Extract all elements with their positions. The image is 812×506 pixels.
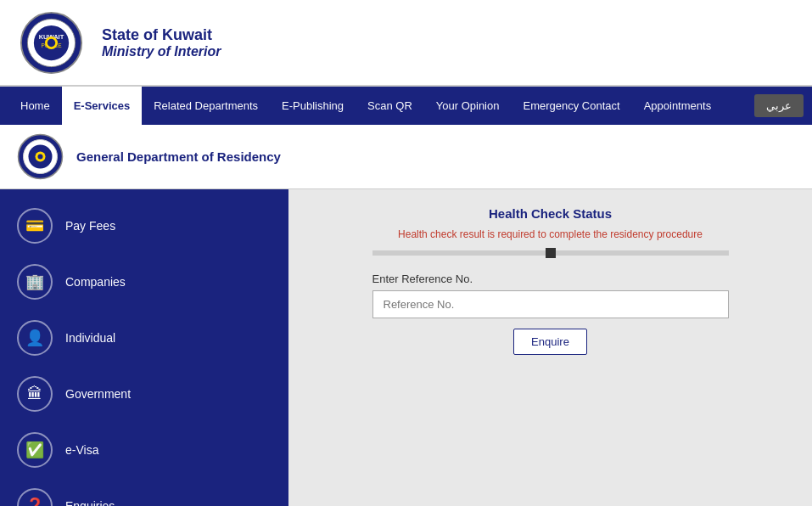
evisa-icon: ✅ [17,432,53,468]
sidebar-item-evisa[interactable]: ✅ e-Visa [0,422,288,478]
sidebar-item-companies[interactable]: 🏢 Companies [0,254,288,310]
enquiries-icon: ❓ [17,488,53,506]
department-header: General Department of Residency [0,125,812,189]
nav-e-publishing[interactable]: E-Publishing [270,87,356,125]
pay-fees-label: Pay Fees [65,219,115,233]
header-text: State of Kuwait Ministry of Interior [102,26,221,59]
sidebar-item-pay-fees[interactable]: 💳 Pay Fees [0,198,288,254]
reference-number-input[interactable] [372,290,729,318]
individual-label: Individual [65,331,115,345]
individual-icon: 👤 [17,320,53,356]
pay-fees-icon: 💳 [17,208,53,244]
health-check-card: Health Check Status Health check result … [372,206,729,355]
enquire-button[interactable]: Enquire [513,329,587,355]
logo: KUWAIT POLICE [17,8,85,76]
nav-home[interactable]: Home [8,87,62,125]
nav-related-departments[interactable]: Related Departments [142,87,270,125]
companies-label: Companies [65,275,126,289]
dept-logo [17,133,64,180]
card-subtitle: Health check result is required to compl… [372,228,729,242]
progress-indicator [546,248,556,258]
companies-icon: 🏢 [17,264,53,300]
main-content: Health Check Status Health check result … [288,189,812,506]
header-title: State of Kuwait [102,26,221,44]
progress-bar [372,250,729,256]
evisa-label: e-Visa [65,443,98,457]
sidebar-item-enquiries[interactable]: ❓ Enquiries [0,478,288,506]
svg-point-6 [47,38,54,46]
card-title: Health Check Status [372,206,729,221]
navigation-bar: Home E-Services Related Departments E-Pu… [0,87,812,125]
sidebar-item-individual[interactable]: 👤 Individual [0,310,288,366]
sidebar: 💳 Pay Fees 🏢 Companies 👤 Individual 🏛 Go… [0,189,288,506]
nav-e-services[interactable]: E-Services [62,87,143,125]
page-header: KUWAIT POLICE State of Kuwait Ministry o… [0,0,812,87]
government-label: Government [65,387,131,401]
sidebar-item-government[interactable]: 🏛 Government [0,366,288,422]
form-label: Enter Reference No. [372,273,729,285]
nav-appointments[interactable]: Appointments [632,87,724,125]
main-container: 💳 Pay Fees 🏢 Companies 👤 Individual 🏛 Go… [0,189,812,506]
header-subtitle: Ministry of Interior [102,44,221,59]
nav-emergency-contact[interactable]: Emergency Contact [511,87,631,125]
svg-point-11 [38,155,43,160]
nav-your-opinion[interactable]: Your Opinion [424,87,512,125]
nav-scan-qr[interactable]: Scan QR [356,87,424,125]
arabic-toggle[interactable]: عربي [754,94,804,117]
dept-title: General Department of Residency [76,149,281,164]
government-icon: 🏛 [17,376,53,412]
enquiries-label: Enquiries [65,499,115,506]
